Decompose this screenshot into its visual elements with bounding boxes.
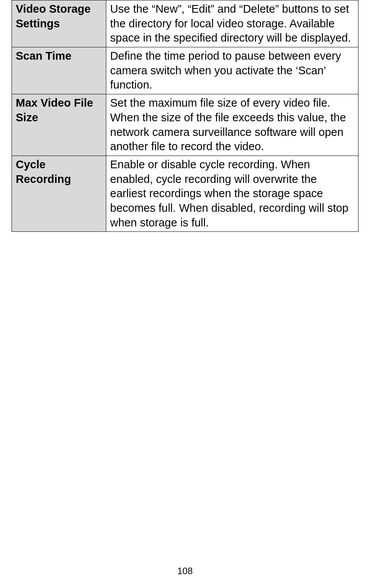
row-label: Cycle Recording [12,156,106,231]
row-description: Use the “New”, “Edit” and “Delete” butto… [106,0,358,47]
table-row: Max Video File Size Set the maximum file… [12,94,358,156]
table-row: Scan Time Define the time period to paus… [12,47,358,94]
row-description: Enable or disable cycle recording. When … [106,156,358,231]
row-label: Max Video File Size [12,94,106,156]
settings-table: Video Storage Settings Use the “New”, “E… [12,0,358,232]
row-description: Define the time period to pause between … [106,47,358,94]
table-row: Cycle Recording Enable or disable cycle … [12,156,358,231]
row-label: Scan Time [12,47,106,94]
row-description: Set the maximum file size of every video… [106,94,358,156]
row-label: Video Storage Settings [12,0,106,47]
table-row: Video Storage Settings Use the “New”, “E… [12,0,358,47]
page-number: 108 [0,566,370,576]
